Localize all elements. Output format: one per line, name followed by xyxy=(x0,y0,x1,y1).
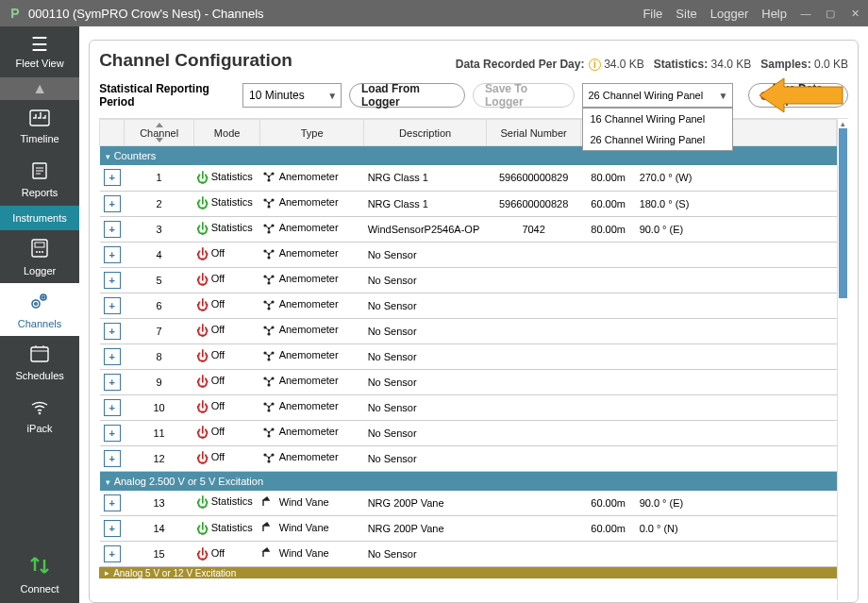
channel-row[interactable]: +11⏻OffAnemometerNo Sensor xyxy=(100,420,837,445)
menu-logger[interactable]: Logger xyxy=(710,7,748,21)
dropdown-value: 10 Minutes xyxy=(249,89,305,102)
document-icon xyxy=(30,161,49,183)
cell-type: Wind Vane xyxy=(260,491,364,516)
column-serial[interactable]: Serial Number xyxy=(487,120,581,146)
svg-point-11 xyxy=(35,302,38,305)
power-icon: ⏻ xyxy=(196,171,209,185)
channel-row[interactable]: +2⏻StatisticsAnemometerNRG Class 1596600… xyxy=(100,191,837,216)
sidebar-item-connect[interactable]: Connect xyxy=(0,546,79,603)
sidebar-item-timeline[interactable]: Timeline xyxy=(0,100,79,153)
wiring-option-26[interactable]: 26 Channel Wiring Panel xyxy=(583,129,732,150)
sidebar-item-reports[interactable]: Reports xyxy=(0,153,79,206)
cell-mode: ⏻Off xyxy=(194,343,260,369)
cell-height: 80.00m xyxy=(581,165,636,191)
channel-row[interactable]: +12⏻OffAnemometerNo Sensor xyxy=(100,445,837,471)
cell-channel: 8 xyxy=(125,343,194,369)
cell-channel: 15 xyxy=(125,542,194,567)
transfer-arrows-icon xyxy=(27,555,52,579)
cell-mode: ⏻Off xyxy=(194,420,260,445)
info-icon[interactable]: i xyxy=(589,59,601,71)
wiring-panel-dropdown[interactable]: 26 Channel Wiring Panel ▼ 16 Channel Wir… xyxy=(582,83,733,108)
sidebar-item-logger[interactable]: Logger xyxy=(0,230,79,283)
svg-point-12 xyxy=(41,294,46,300)
cell-bearing: 180.0 ° (S) xyxy=(636,191,716,216)
channel-row[interactable]: +8⏻OffAnemometerNo Sensor xyxy=(100,343,837,369)
cell-mode: ⏻Off xyxy=(194,445,260,471)
svg-point-8 xyxy=(39,251,41,253)
expand-row-button[interactable]: + xyxy=(104,450,121,467)
cell-mode: ⏻Statistics xyxy=(194,216,260,242)
svg-marker-19 xyxy=(760,78,843,112)
expand-row-button[interactable]: + xyxy=(104,348,121,365)
expand-row-button[interactable]: + xyxy=(104,246,121,263)
column-channel[interactable]: Channel xyxy=(125,120,194,146)
vertical-scrollbar[interactable]: ▴ xyxy=(837,119,848,600)
menu-file[interactable]: File xyxy=(643,7,662,21)
sidebar-item-ipack[interactable]: iPack xyxy=(0,389,79,442)
expand-row-button[interactable]: + xyxy=(104,323,121,340)
expand-row-button[interactable]: + xyxy=(104,195,121,212)
channel-row[interactable]: +6⏻OffAnemometerNo Sensor xyxy=(100,293,837,318)
channel-row[interactable]: +14⏻StatisticsWind VaneNRG 200P Vane60.0… xyxy=(100,516,837,542)
expand-row-button[interactable]: + xyxy=(104,545,121,562)
expand-row-button[interactable]: + xyxy=(104,425,121,442)
scroll-thumb[interactable] xyxy=(839,128,847,298)
column-type[interactable]: Type xyxy=(260,120,364,146)
sidebar-collapse-toggle[interactable]: ▲ xyxy=(0,77,79,100)
cell-mode: ⏻Off xyxy=(194,318,260,343)
annotation-arrow-icon xyxy=(760,75,844,116)
group-header[interactable]: ▾Analog 2.500 V or 5 V Excitation xyxy=(100,471,837,491)
channel-row[interactable]: +5⏻OffAnemometerNo Sensor xyxy=(100,267,837,293)
channel-row[interactable]: +7⏻OffAnemometerNo Sensor xyxy=(100,318,837,343)
wifi-icon xyxy=(29,397,50,419)
cell-channel: 1 xyxy=(125,165,194,191)
cell-type: Anemometer xyxy=(260,394,364,420)
expand-row-button[interactable]: + xyxy=(104,221,121,238)
cell-channel: 11 xyxy=(125,420,194,445)
cell-serial xyxy=(487,293,581,318)
expand-row-button[interactable]: + xyxy=(104,374,121,391)
sidebar-item-schedules[interactable]: Schedules xyxy=(0,336,79,389)
expand-row-button[interactable]: + xyxy=(104,494,121,511)
channel-grid[interactable]: Channel Mode Type Description Serial Num… xyxy=(99,119,837,600)
window-maximize-icon[interactable]: ▢ xyxy=(823,8,838,20)
expand-row-button[interactable]: + xyxy=(104,169,121,186)
channel-row[interactable]: +4⏻OffAnemometerNo Sensor xyxy=(100,242,837,267)
channel-row[interactable]: +3⏻StatisticsAnemometerWindSensorP2546A-… xyxy=(100,216,837,242)
page-title: Channel Configuration xyxy=(99,50,292,71)
channel-row[interactable]: +9⏻OffAnemometerNo Sensor xyxy=(100,369,837,394)
expand-row-button[interactable]: + xyxy=(104,272,121,289)
cell-height xyxy=(581,267,636,293)
window-close-icon[interactable]: ✕ xyxy=(847,8,862,20)
cell-bearing: 270.0 ° (W) xyxy=(636,165,716,191)
sidebar-item-fleet-view[interactable]: ☰ Fleet View xyxy=(0,26,79,77)
cell-bearing: 90.0 ° (E) xyxy=(636,491,716,516)
sidebar-item-channels[interactable]: Channels xyxy=(0,283,79,336)
cell-bearing xyxy=(636,343,716,369)
wiring-option-16[interactable]: 16 Channel Wiring Panel xyxy=(583,109,732,129)
expand-row-button[interactable]: + xyxy=(104,399,121,416)
cell-height xyxy=(581,542,636,567)
load-from-logger-button[interactable]: Load From Logger xyxy=(349,83,465,108)
cell-height: 60.00m xyxy=(581,516,636,542)
group-header-analog-12v[interactable]: ▸Analog 5 V or 12 V Excitation xyxy=(99,567,837,578)
menu-site[interactable]: Site xyxy=(676,7,696,21)
power-icon: ⏻ xyxy=(196,522,209,536)
cell-type: Anemometer xyxy=(260,216,364,242)
expand-row-button[interactable]: + xyxy=(104,297,121,314)
reporting-period-dropdown[interactable]: 10 Minutes ▼ xyxy=(242,83,342,108)
channel-row[interactable]: +13⏻StatisticsWind VaneNRG 200P Vane60.0… xyxy=(100,491,837,516)
channel-row[interactable]: +15⏻OffWind VaneNo Sensor xyxy=(100,542,837,567)
window-minimize-icon[interactable]: — xyxy=(798,8,813,20)
menu-help[interactable]: Help xyxy=(761,7,787,21)
channel-row[interactable]: +10⏻OffAnemometerNo Sensor xyxy=(100,394,837,420)
svg-point-7 xyxy=(36,251,38,253)
channel-row[interactable]: +1⏻StatisticsAnemometerNRG Class 1596600… xyxy=(100,165,837,191)
anemometer-icon xyxy=(262,325,276,338)
cell-serial: 7042 xyxy=(487,216,581,242)
column-description[interactable]: Description xyxy=(364,120,487,146)
expand-row-button[interactable]: + xyxy=(104,520,121,537)
scroll-up-icon[interactable]: ▴ xyxy=(838,119,848,128)
column-mode[interactable]: Mode xyxy=(194,120,260,146)
cell-type: Anemometer xyxy=(260,420,364,445)
